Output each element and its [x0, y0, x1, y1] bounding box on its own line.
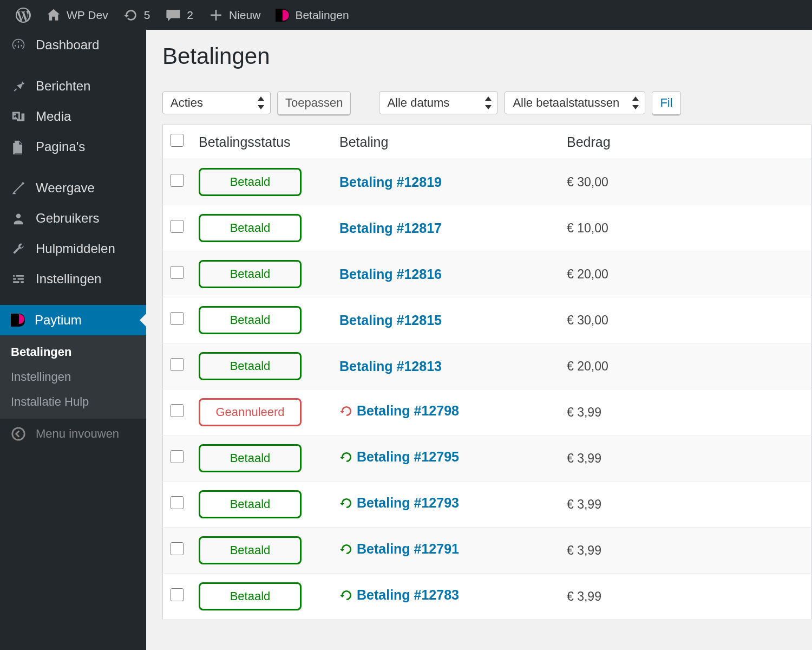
settings-icon — [11, 271, 26, 287]
sidebar-item-label: Hulpmiddelen — [36, 241, 115, 256]
status-badge: Betaald — [199, 306, 302, 334]
table-row: BetaaldBetaling #12817€ 10,00 — [163, 205, 812, 251]
status-badge: Betaald — [199, 352, 302, 380]
bulk-action-select[interactable]: Acties — [162, 91, 271, 114]
payments-shortcut-label: Betalingen — [295, 9, 349, 22]
sidebar-item-label: Paytium — [35, 313, 82, 328]
payment-link[interactable]: Betaling #12817 — [339, 220, 442, 236]
payment-title: Betaling #12815 — [339, 313, 442, 328]
table-row: BetaaldBetaling #12791€ 3,99 — [163, 528, 812, 574]
row-checkbox[interactable] — [171, 358, 184, 371]
row-checkbox[interactable] — [171, 404, 184, 417]
renew-icon — [339, 496, 353, 510]
payment-title: Betaling #12816 — [339, 266, 442, 282]
payments-shortcut[interactable]: Betalingen — [268, 9, 356, 22]
payment-title: Betaling #12798 — [357, 403, 459, 419]
users-icon — [11, 211, 26, 226]
row-checkbox[interactable] — [171, 266, 184, 279]
row-checkbox[interactable] — [171, 542, 184, 555]
payment-link[interactable]: Betaling #12816 — [339, 266, 442, 282]
row-checkbox[interactable] — [171, 220, 184, 233]
amount-cell: € 3,99 — [559, 389, 812, 435]
payment-title: Betaling #12813 — [339, 359, 442, 374]
content: Betalingen Acties Toepassen Alle datums … — [146, 30, 812, 650]
comments[interactable]: 2 — [158, 8, 201, 23]
amount-cell: € 3,99 — [559, 574, 812, 620]
ideal-icon — [11, 314, 25, 327]
status-filter-select[interactable]: Alle betaalstatussen — [505, 91, 645, 114]
status-badge: Betaald — [199, 168, 302, 196]
sidebar: Dashboard Berichten Media Pagina's Weerg… — [0, 30, 146, 650]
collapse-menu[interactable]: Menu invouwen — [0, 419, 146, 449]
status-badge: Betaald — [199, 490, 302, 518]
sidebar-item-dashboard[interactable]: Dashboard — [0, 30, 146, 60]
sidebar-item-pages[interactable]: Pagina's — [0, 132, 146, 162]
table-row: BetaaldBetaling #12819€ 30,00 — [163, 159, 812, 205]
sidebar-item-label: Berichten — [36, 79, 90, 94]
row-checkbox[interactable] — [171, 450, 184, 463]
comments-count: 2 — [187, 9, 193, 22]
table-row: BetaaldBetaling #12813€ 20,00 — [163, 343, 812, 389]
column-header-amount[interactable]: Bedrag — [559, 125, 812, 159]
sidebar-item-label: Instellingen — [36, 271, 101, 287]
row-checkbox[interactable] — [171, 496, 184, 509]
ideal-icon — [276, 9, 290, 22]
dashboard-icon — [11, 37, 26, 53]
payment-link[interactable]: Betaling #12793 — [339, 495, 459, 511]
sidebar-item-settings[interactable]: Instellingen — [0, 264, 146, 294]
payment-link[interactable]: Betaling #12798 — [339, 403, 459, 419]
home-icon — [46, 8, 61, 23]
sidebar-item-appearance[interactable]: Weergave — [0, 173, 146, 203]
payment-link[interactable]: Betaling #12819 — [339, 174, 442, 190]
sidebar-item-label: Dashboard — [36, 37, 99, 53]
amount-cell: € 3,99 — [559, 482, 812, 528]
filter-button[interactable]: Fil — [652, 91, 680, 115]
column-header-payment[interactable]: Betaling — [332, 125, 559, 159]
payment-link[interactable]: Betaling #12815 — [339, 313, 442, 328]
status-badge: Betaald — [199, 444, 302, 472]
row-checkbox[interactable] — [171, 588, 184, 601]
select-all-checkbox[interactable] — [171, 134, 184, 147]
amount-cell: € 3,99 — [559, 435, 812, 482]
renew-icon — [339, 588, 353, 602]
table-row: BetaaldBetaling #12816€ 20,00 — [163, 251, 812, 297]
sidebar-item-label: Weergave — [36, 180, 95, 196]
amount-cell: € 10,00 — [559, 205, 812, 251]
plus-icon — [208, 8, 224, 23]
payment-link[interactable]: Betaling #12813 — [339, 359, 442, 374]
comments-icon — [165, 8, 181, 23]
updates[interactable]: 5 — [116, 8, 158, 23]
sidebar-item-paytium[interactable]: Paytium — [0, 305, 146, 335]
pages-icon — [11, 139, 26, 154]
table-row: BetaaldBetaling #12793€ 3,99 — [163, 482, 812, 528]
apply-button[interactable]: Toepassen — [277, 91, 351, 115]
site-name[interactable]: WP Dev — [38, 8, 116, 23]
sidebar-item-media[interactable]: Media — [0, 101, 146, 132]
media-icon — [11, 109, 26, 124]
payment-link[interactable]: Betaling #12795 — [339, 449, 459, 465]
row-checkbox[interactable] — [171, 174, 184, 187]
submenu-item-settings[interactable]: Instellingen — [0, 365, 146, 389]
select-all-header — [163, 125, 192, 159]
new-content[interactable]: Nieuw — [201, 8, 268, 23]
payment-link[interactable]: Betaling #12783 — [339, 587, 459, 603]
new-label: Nieuw — [229, 9, 260, 22]
submenu-item-payments[interactable]: Betalingen — [0, 340, 146, 365]
updates-count: 5 — [144, 9, 150, 22]
status-badge: Betaald — [199, 582, 302, 610]
column-header-status[interactable]: Betalingsstatus — [191, 125, 332, 159]
sidebar-item-tools[interactable]: Hulpmiddelen — [0, 233, 146, 264]
payment-link[interactable]: Betaling #12791 — [339, 541, 459, 557]
payment-title: Betaling #12795 — [357, 449, 459, 465]
site-name-label: WP Dev — [67, 9, 108, 22]
status-badge: Betaald — [199, 536, 302, 564]
renew-icon — [339, 450, 353, 464]
wp-logo[interactable] — [8, 8, 38, 23]
status-badge: Geannuleerd — [199, 398, 302, 426]
row-checkbox[interactable] — [171, 312, 184, 325]
sidebar-item-posts[interactable]: Berichten — [0, 71, 146, 101]
date-filter-select[interactable]: Alle datums — [379, 91, 498, 114]
svg-point-0 — [12, 428, 24, 440]
submenu-item-setup-help[interactable]: Installatie Hulp — [0, 389, 146, 414]
sidebar-item-users[interactable]: Gebruikers — [0, 203, 146, 233]
